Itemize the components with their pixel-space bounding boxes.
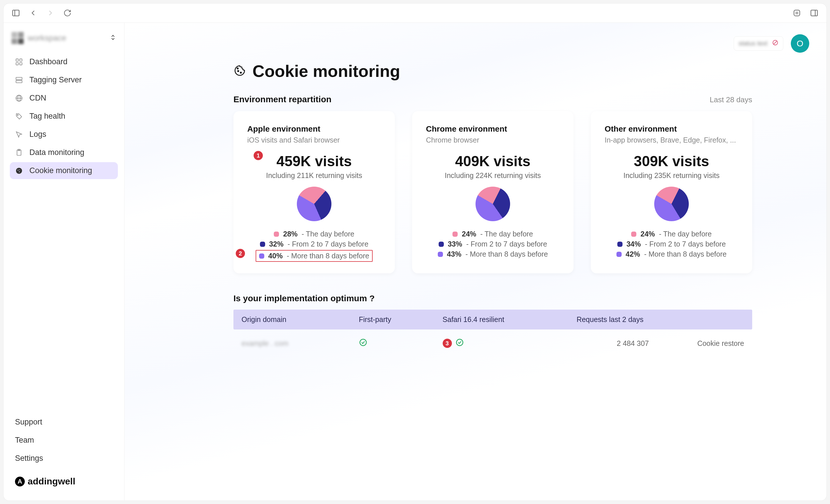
cell-action[interactable]: Cookie restore	[660, 339, 744, 348]
globe-icon	[15, 94, 24, 102]
settings-link[interactable]: Settings	[15, 449, 113, 467]
annotation-badge-3: 3	[443, 339, 452, 348]
sidebar-item-label: CDN	[29, 94, 46, 103]
legend: 24% - The day before 34% - From 2 to 7 d…	[605, 230, 738, 258]
legend-label: - The day before	[659, 230, 712, 238]
svg-line-22	[774, 41, 777, 44]
svg-rect-3	[811, 10, 818, 16]
legend-row: 28% - The day before	[274, 230, 354, 238]
sidebar-item-tag-health[interactable]: Tag health	[10, 108, 118, 125]
check-circle-icon	[455, 338, 464, 348]
environment-card: Chrome environment Chrome browser 409K v…	[412, 111, 574, 273]
svg-point-24	[241, 72, 242, 73]
legend-row: 43% - More than 8 days before	[438, 250, 548, 258]
bottom-links: Support Team Settings	[3, 413, 124, 471]
cell-requests: 2 484 307	[577, 339, 661, 348]
legend-pct: 34%	[627, 240, 641, 248]
check-circle-icon	[359, 340, 368, 348]
section-header: Environment repartition Last 28 days	[233, 95, 752, 104]
th-origin: Origin domain	[242, 315, 359, 324]
svg-rect-10	[16, 80, 22, 83]
reload-icon[interactable]	[63, 9, 71, 17]
annotation-badge-2: 2	[236, 249, 245, 258]
svg-point-19	[19, 169, 20, 170]
status-pill[interactable]: status text	[734, 36, 783, 51]
sidebar-item-logs[interactable]: Logs	[10, 126, 118, 143]
sidebar-item-label: Data monitoring	[29, 148, 85, 157]
th-requests: Requests last 2 days	[577, 315, 661, 324]
svg-point-14	[17, 114, 19, 115]
card-sub: iOS visits and Safari browser	[247, 136, 381, 144]
table-row: example . com 3 2 484 307 Cookie restore	[233, 330, 752, 357]
cursor-icon	[15, 131, 24, 138]
svg-point-26	[360, 339, 366, 346]
extensions-icon[interactable]	[793, 9, 801, 17]
cookie-icon	[233, 64, 246, 78]
cards-row: 12 Apple environment iOS visits and Safa…	[233, 111, 752, 273]
card-stat-sub: Including 211K returning visits	[247, 171, 381, 180]
svg-point-20	[19, 171, 20, 172]
legend-row: 24% - The day before	[452, 230, 533, 238]
panel-right-icon[interactable]	[810, 9, 819, 17]
team-link[interactable]: Team	[15, 431, 113, 449]
cell-domain: example . com	[242, 339, 359, 348]
server-icon	[15, 76, 24, 84]
section2-title: Is your implementation optimum ?	[233, 294, 752, 303]
sidebar-item-data-monitoring[interactable]: Data monitoring	[10, 144, 118, 161]
forward-icon	[46, 9, 55, 17]
svg-point-18	[18, 170, 19, 170]
svg-rect-7	[16, 63, 19, 65]
section-meta: Last 28 days	[710, 95, 752, 104]
svg-rect-0	[13, 10, 19, 16]
sidebar-item-label: Tagging Server	[29, 75, 82, 85]
svg-point-17	[16, 168, 22, 174]
sidebar-item-cdn[interactable]: CDN	[10, 90, 118, 107]
legend-row: 40% - More than 8 days before	[256, 250, 373, 262]
svg-rect-2	[794, 10, 800, 16]
back-icon[interactable]	[29, 9, 37, 17]
legend-swatch	[259, 254, 264, 259]
legend-swatch	[617, 242, 622, 247]
sidebar-item-cookie-monitoring[interactable]: Cookie monitoring	[10, 162, 118, 179]
legend-pct: 24%	[640, 230, 655, 238]
topbar: status text O	[142, 34, 809, 53]
legend-label: - More than 8 days before	[287, 252, 369, 260]
denied-icon	[772, 39, 778, 47]
card-title: Chrome environment	[426, 125, 560, 134]
legend-swatch	[439, 242, 444, 247]
legend-label: - From 2 to 7 days before	[645, 240, 726, 248]
sidebar-item-label: Tag health	[29, 112, 65, 121]
sidebar-item-dashboard[interactable]: Dashboard	[10, 53, 118, 70]
legend-label: - The day before	[302, 230, 354, 238]
workspace-logo	[11, 32, 24, 44]
sidebar-item-tagging-server[interactable]: Tagging Server	[10, 71, 118, 89]
legend-swatch	[260, 242, 265, 247]
card-stat: 409K visits	[426, 153, 560, 170]
th-action	[660, 315, 744, 324]
legend-pct: 33%	[448, 240, 462, 248]
pie-chart	[605, 187, 738, 221]
avatar[interactable]: O	[791, 34, 809, 53]
th-first-party: First-party	[359, 315, 443, 324]
sidebar-item-label: Logs	[29, 130, 46, 139]
legend-row: 24% - The day before	[631, 230, 711, 238]
environment-card: Other environment In-app browsers, Brave…	[591, 111, 752, 273]
svg-rect-6	[20, 59, 22, 61]
card-stat: 309K visits	[605, 153, 738, 170]
svg-point-25	[237, 68, 238, 69]
status-text: status text	[739, 40, 767, 47]
cell-first-party	[359, 338, 443, 348]
sidebar-toggle-icon[interactable]	[11, 9, 20, 17]
section-title: Environment repartition	[233, 95, 331, 104]
svg-rect-8	[20, 63, 22, 65]
legend-label: - More than 8 days before	[644, 250, 727, 258]
legend-swatch	[274, 232, 279, 237]
card-stat-sub: Including 235K returning visits	[605, 171, 738, 180]
nav-list: Dashboard Tagging Server CDN Tag health …	[3, 52, 124, 413]
legend-pct: 42%	[626, 250, 640, 258]
workspace-selector[interactable]: workspace	[3, 29, 124, 52]
svg-point-23	[238, 71, 239, 72]
environment-card: 12 Apple environment iOS visits and Safa…	[233, 111, 395, 273]
legend-row: 42% - More than 8 days before	[616, 250, 727, 258]
support-link[interactable]: Support	[15, 413, 113, 431]
